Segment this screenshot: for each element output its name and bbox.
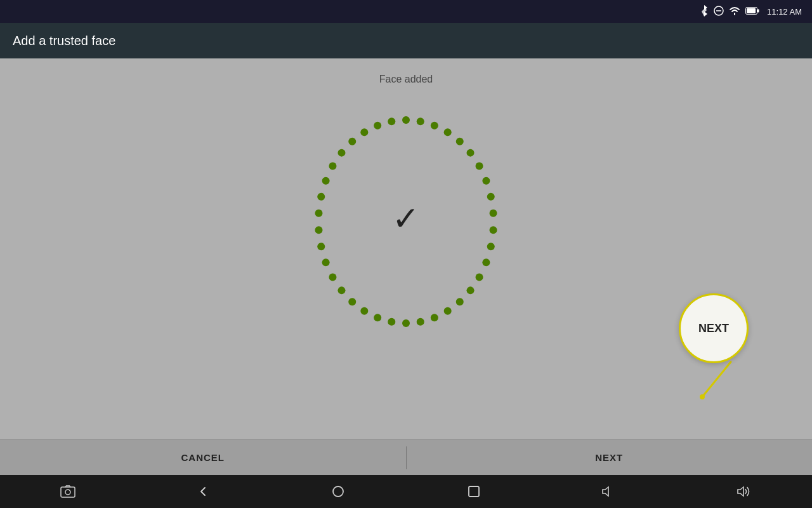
- svg-point-35: [317, 193, 325, 201]
- status-bar: 11:12 AM: [0, 0, 812, 23]
- svg-point-37: [329, 162, 336, 170]
- svg-point-8: [444, 128, 452, 136]
- svg-rect-45: [61, 487, 75, 497]
- bluetooth-icon: [700, 5, 709, 18]
- checkmark-icon: ✓: [392, 202, 420, 235]
- svg-point-29: [337, 286, 345, 294]
- action-bar: CANCEL NEXT: [0, 439, 812, 475]
- svg-point-26: [374, 314, 381, 321]
- svg-point-17: [482, 258, 490, 266]
- svg-point-24: [402, 319, 410, 327]
- svg-point-42: [388, 117, 395, 125]
- svg-point-30: [329, 274, 336, 281]
- svg-point-14: [490, 210, 497, 217]
- svg-point-19: [467, 286, 475, 294]
- nav-recent-icon[interactable]: [459, 476, 489, 507]
- svg-point-9: [456, 138, 464, 145]
- svg-point-34: [315, 210, 322, 217]
- svg-point-15: [490, 226, 497, 234]
- svg-point-36: [322, 177, 330, 185]
- nav-back-icon[interactable]: [188, 476, 218, 507]
- main-content: Face added ✓ NEXT: [0, 58, 812, 439]
- status-icons: 11:12 AM: [700, 5, 802, 18]
- title-bar: Add a trusted face: [0, 23, 812, 58]
- svg-point-32: [317, 243, 325, 250]
- battery-icon: [745, 7, 759, 17]
- svg-rect-4: [757, 9, 759, 12]
- svg-point-21: [444, 307, 452, 315]
- svg-rect-48: [469, 486, 479, 497]
- cancel-button[interactable]: CANCEL: [0, 440, 406, 475]
- svg-point-47: [333, 486, 343, 497]
- svg-point-38: [337, 149, 345, 157]
- svg-point-6: [417, 117, 424, 125]
- svg-point-5: [402, 116, 410, 124]
- face-oval-container: ✓: [298, 104, 514, 333]
- page-title: Add a trusted face: [13, 34, 115, 48]
- nav-volume-icon[interactable]: [594, 476, 624, 507]
- svg-point-46: [65, 490, 70, 495]
- svg-point-20: [456, 298, 464, 305]
- svg-point-39: [348, 138, 356, 145]
- svg-point-31: [322, 258, 330, 266]
- svg-point-25: [388, 318, 395, 326]
- svg-line-43: [702, 362, 731, 397]
- svg-point-33: [315, 226, 322, 234]
- svg-point-18: [476, 274, 483, 281]
- time-display: 11:12 AM: [767, 7, 802, 17]
- next-callout-circle: NEXT: [679, 293, 749, 363]
- nav-bar: [0, 475, 812, 508]
- svg-point-11: [476, 162, 483, 170]
- svg-point-23: [417, 318, 424, 326]
- svg-point-12: [482, 177, 490, 185]
- svg-point-41: [374, 122, 381, 130]
- nav-photo-icon[interactable]: [53, 476, 83, 507]
- svg-point-27: [360, 307, 368, 315]
- svg-point-10: [467, 149, 475, 157]
- svg-point-13: [487, 193, 495, 201]
- next-button[interactable]: NEXT: [407, 440, 813, 475]
- nav-home-icon[interactable]: [323, 476, 353, 507]
- wifi-icon: [729, 6, 740, 17]
- nav-volume-up-icon[interactable]: [729, 476, 759, 507]
- callout-line: [693, 356, 743, 406]
- face-added-label: Face added: [379, 74, 433, 85]
- svg-point-28: [348, 298, 356, 305]
- svg-point-16: [487, 243, 495, 250]
- svg-rect-3: [747, 8, 756, 13]
- svg-point-40: [360, 128, 368, 136]
- svg-point-22: [431, 314, 438, 321]
- svg-point-7: [431, 122, 438, 130]
- minus-circle-icon: [714, 6, 724, 18]
- svg-point-44: [700, 394, 705, 399]
